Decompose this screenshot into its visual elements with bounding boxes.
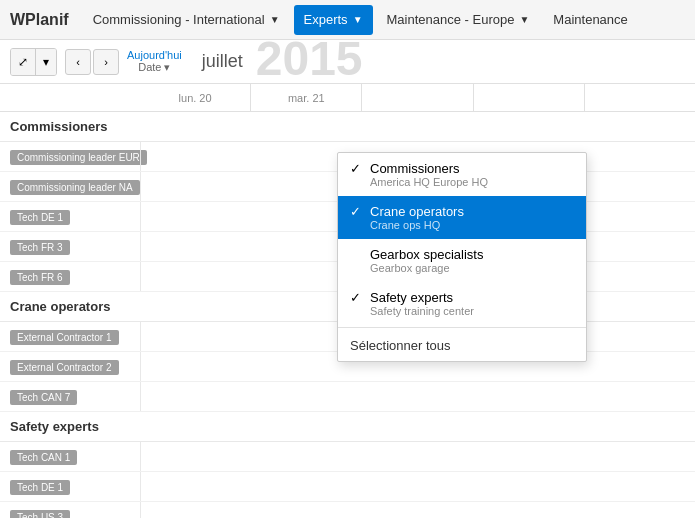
nav-arrows: ‹ › [65,49,119,75]
resource-label: Tech DE 1 [0,211,140,223]
dropdown-subtitle-crane-operators: Crane ops HQ [350,219,574,235]
dropdown-item-gearbox[interactable]: ✓ Gearbox specialists Gearbox garage [338,239,586,282]
check-icon-commissioners: ✓ [350,161,364,176]
check-icon-crane-operators: ✓ [350,204,364,219]
col-header-end: mar. 21 [250,84,361,111]
table-row: Tech DE 1 [0,472,695,502]
dropdown-item-safety-experts[interactable]: ✓ Safety experts Safety training center [338,282,586,325]
experts-dropdown: ✓ Commissioners America HQ Europe HQ ✓ C… [337,152,587,362]
table-row: Tech CAN 1 [0,442,695,472]
resource-label: External Contractor 1 [0,331,140,343]
resource-label: Tech CAN 7 [0,391,140,403]
date-button[interactable]: Date ▾ [138,61,170,74]
main-content: Commissioners Commissioning leader EUR C… [0,112,695,518]
group-header-commissioners: Commissioners [0,112,695,142]
resource-label: Tech DE 1 [0,481,140,493]
col-header-5 [584,84,695,111]
dropdown-divider [338,327,586,328]
caret-down-button[interactable]: ▾ [36,49,56,75]
resource-label: Tech FR 3 [0,241,140,253]
expand-btn-group: ⤢ ▾ [10,48,57,76]
resource-label: External Contractor 2 [0,361,140,373]
maintenance-europe-caret: ▼ [519,14,529,25]
month-label: juillet [202,51,243,72]
col-header-3 [361,84,472,111]
next-button[interactable]: › [93,49,119,75]
resource-label: Commissioning leader EUR [0,151,140,163]
nav-experts[interactable]: Experts ▼ [294,5,373,35]
resource-bar-area [140,382,695,411]
nav-maintenance-europe[interactable]: Maintenance - Europe ▼ [377,5,540,35]
resource-bar-area [140,502,695,518]
nav-maintenance[interactable]: Maintenance [543,5,637,35]
table-row: Tech US 3 [0,502,695,518]
dropdown-item-crane-operators[interactable]: ✓ Crane operators Crane ops HQ [338,196,586,239]
dropdown-subtitle-gearbox: Gearbox garage [350,262,574,278]
commissioning-intl-caret: ▼ [270,14,280,25]
experts-caret: ▼ [353,14,363,25]
select-all-button[interactable]: Sélectionner tous [338,330,586,361]
resource-bar-area [140,442,695,471]
calendar-header: lun. 20 mar. 21 [0,84,695,112]
resource-bar-area [140,472,695,501]
expand-button[interactable]: ⤢ [11,49,36,75]
group-header-safety-experts: Safety experts [0,412,695,442]
today-link[interactable]: Aujourd'hui [127,49,182,61]
dropdown-item-commissioners[interactable]: ✓ Commissioners America HQ Europe HQ [338,153,586,196]
col-header-start: lun. 20 [140,84,250,111]
prev-button[interactable]: ‹ [65,49,91,75]
dropdown-subtitle-commissioners: America HQ Europe HQ [350,176,574,192]
resource-label: Tech US 3 [0,511,140,519]
nav-commissioning-intl[interactable]: Commissioning - International ▼ [83,5,290,35]
col-header-4 [473,84,584,111]
resource-label: Tech FR 6 [0,271,140,283]
check-icon-safety: ✓ [350,290,364,305]
app-logo: WPlanif [10,11,69,29]
dropdown-subtitle-safety: Safety training center [350,305,574,321]
toolbar: ⤢ ▾ ‹ › Aujourd'hui Date ▾ juillet 2015 [0,40,695,84]
resource-label: Commissioning leader NA [0,181,140,193]
resource-label: Tech CAN 1 [0,451,140,463]
top-nav: WPlanif Commissioning - International ▼ … [0,0,695,40]
year-label: 2015 [256,35,363,83]
today-date-group: Aujourd'hui Date ▾ [127,49,182,74]
table-row: Tech CAN 7 [0,382,695,412]
group-safety-experts: Safety experts Tech CAN 1 Tech DE 1 Tech… [0,412,695,518]
